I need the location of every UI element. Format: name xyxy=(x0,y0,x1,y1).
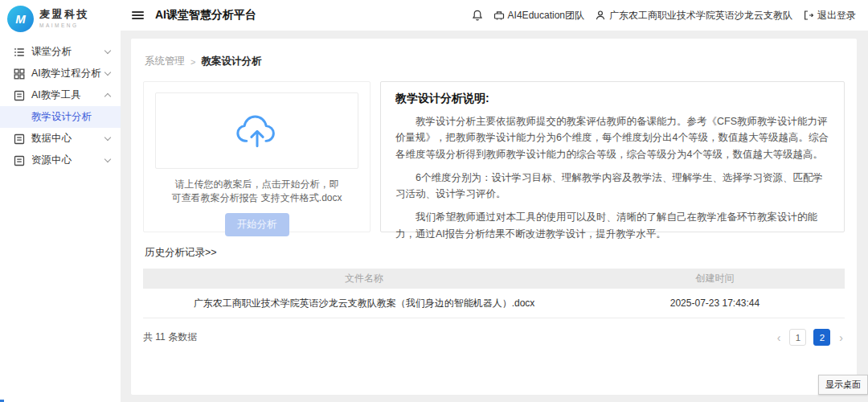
start-analysis-button[interactable]: 开始分析 xyxy=(225,213,289,236)
sidebar-item-classroom-analysis[interactable]: 课堂分析 xyxy=(0,41,121,63)
table-footer: 共 11 条数据 ‹ 1 2 › xyxy=(143,329,845,346)
page-button-1[interactable]: 1 xyxy=(789,329,806,346)
logout-button[interactable]: 退出登录 xyxy=(803,9,856,23)
instructions-title: 教学设计分析说明: xyxy=(395,92,829,106)
brand-logo-icon: M xyxy=(7,6,34,32)
chevron-down-icon xyxy=(104,47,111,54)
history-table: 文件名称 创建时间 广东农工商职业技术学院英语沙龙云支教队教案（我们身边的智能机… xyxy=(143,269,845,318)
prev-page-arrow[interactable]: ‹ xyxy=(776,332,783,343)
team-name: AI4Education团队 xyxy=(508,9,584,23)
document-icon xyxy=(14,90,25,101)
cell-filename[interactable]: 广东农工商职业技术学院英语沙龙云支教队教案（我们身边的智能机器人）.docx xyxy=(143,297,585,310)
upload-hint: 请上传您的教案后，点击开始分析，即 可查看教案分析报告 支持文件格式.docx xyxy=(155,178,358,206)
content-area: 系统管理 > 教案设计分析 xyxy=(121,31,868,402)
breadcrumb: 系统管理 > 教案设计分析 xyxy=(145,55,845,68)
table-row[interactable]: 广东农工商职业技术学院英语沙龙云支教队教案（我们身边的智能机器人）.docx 2… xyxy=(143,289,845,318)
brand-subtitle: MAIMENG xyxy=(39,23,89,28)
sidebar-item-resource-center[interactable]: 资源中心 xyxy=(0,150,121,171)
upload-dropzone[interactable] xyxy=(155,92,358,169)
instructions-paragraph: 6个维度分别为：设计学习目标、理解教学内容及教学法、理解学生、选择学习资源、匹配… xyxy=(395,170,829,203)
breadcrumb-separator: > xyxy=(190,57,195,67)
user-account[interactable]: 广东农工商职业技术学院英语沙龙云支教队 xyxy=(595,9,792,23)
sidebar: M 麦盟科技 MAIMENG 课堂分析 AI教学过程分析 xyxy=(0,0,121,402)
user-name: 广东农工商职业技术学院英语沙龙云支教队 xyxy=(609,9,792,23)
instructions-card: 教学设计分析说明: 教学设计分析主要依据教师提交的教案评估教师的备课能力。参考《… xyxy=(380,81,845,232)
brand-logo-row: M 麦盟科技 MAIMENG xyxy=(0,0,121,35)
main-panel: 系统管理 > 教案设计分析 xyxy=(131,39,857,395)
chevron-down-icon xyxy=(104,156,111,162)
main-area: AI课堂智慧分析平台 AI4Education团队 广东农工商职业技术学院英语沙… xyxy=(121,0,868,402)
sidebar-item-data-center[interactable]: 数据中心 xyxy=(0,128,121,150)
next-page-arrow[interactable]: › xyxy=(837,332,845,343)
instructions-paragraph: 我们希望教师通过对本工具的使用可以及时、清晰的了解自己在教学准备环节教案设计的能… xyxy=(395,209,829,242)
column-header-created-time: 创建时间 xyxy=(585,272,845,285)
upload-card: 请上传您的教案后，点击开始分析，即 可查看教案分析报告 支持文件格式.docx … xyxy=(143,81,371,232)
breadcrumb-current: 教案设计分析 xyxy=(201,55,261,68)
column-header-filename: 文件名称 xyxy=(143,272,585,285)
sidebar-item-teaching-design-analysis[interactable]: 教学设计分析 xyxy=(0,106,121,128)
show-desktop-button[interactable]: 显示桌面 xyxy=(818,375,868,395)
document-icon xyxy=(14,133,25,145)
logout-icon xyxy=(803,10,814,21)
user-icon xyxy=(595,10,606,21)
app-root: M 麦盟科技 MAIMENG 课堂分析 AI教学过程分析 xyxy=(0,0,868,402)
top-bar: AI课堂智慧分析平台 AI4Education团队 广东农工商职业技术学院英语沙… xyxy=(121,0,868,31)
document-icon xyxy=(14,155,25,166)
cloud-upload-icon xyxy=(234,111,280,150)
page-button-2-active[interactable]: 2 xyxy=(813,329,830,346)
sidebar-menu: 课堂分析 AI教学过程分析 AI教学工具 教学设计分析 xyxy=(0,35,121,171)
breadcrumb-parent[interactable]: 系统管理 xyxy=(145,55,185,68)
chevron-down-icon xyxy=(104,134,111,141)
history-records-link[interactable]: 历史分析记录>> xyxy=(145,246,217,260)
pagination: ‹ 1 2 › xyxy=(776,329,845,346)
sidebar-item-ai-teaching-process[interactable]: AI教学过程分析 xyxy=(0,63,121,84)
total-count-label: 共 11 条数据 xyxy=(143,330,197,344)
bell-icon[interactable] xyxy=(472,10,483,21)
brand-name: 麦盟科技 xyxy=(39,9,89,21)
team-switcher[interactable]: AI4Education团队 xyxy=(493,9,584,23)
app-title: AI课堂智慧分析平台 xyxy=(155,8,256,23)
team-icon xyxy=(493,10,505,21)
table-header-row: 文件名称 创建时间 xyxy=(143,269,845,289)
chevron-down-icon xyxy=(104,69,111,76)
chevron-up-icon xyxy=(104,93,111,100)
hamburger-menu-icon[interactable] xyxy=(132,9,144,22)
cell-created-time: 2025-07-23 17:43:44 xyxy=(585,297,845,309)
list-icon xyxy=(14,47,25,58)
instructions-paragraph: 教学设计分析主要依据教师提交的教案评估教师的备课能力。参考《CFS教师教学设计能… xyxy=(395,113,829,162)
grid-icon xyxy=(14,68,25,80)
sidebar-item-ai-teaching-tools[interactable]: AI教学工具 xyxy=(0,84,121,106)
